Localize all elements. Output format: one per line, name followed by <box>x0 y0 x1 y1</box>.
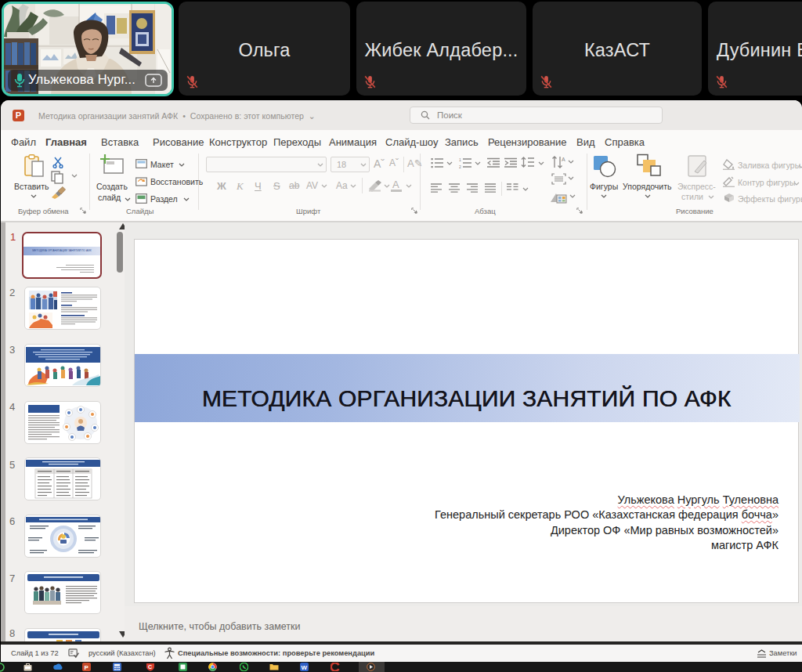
svg-text:P: P <box>85 664 89 671</box>
svg-text:1: 1 <box>459 157 461 162</box>
svg-text:A: A <box>562 157 565 162</box>
svg-text:2: 2 <box>459 164 461 169</box>
svg-text:W: W <box>302 664 308 671</box>
svg-text:C: C <box>148 664 152 670</box>
